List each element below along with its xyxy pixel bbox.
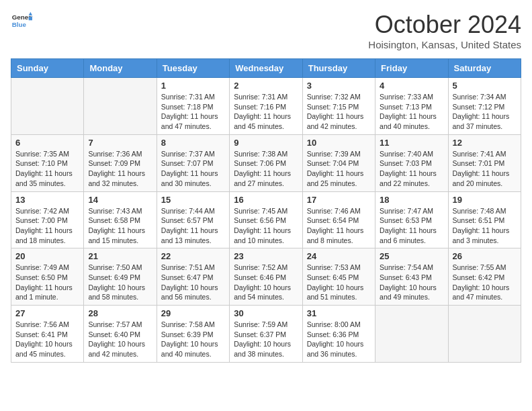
day-number: 5 [453, 81, 517, 91]
calendar-cell: 13Sunrise: 7:42 AM Sunset: 7:00 PM Dayli… [11, 191, 84, 248]
calendar-cell: 5Sunrise: 7:34 AM Sunset: 7:12 PM Daylig… [448, 78, 521, 135]
day-number: 26 [453, 251, 517, 261]
day-info: Sunrise: 7:57 AM Sunset: 6:40 PM Dayligh… [88, 320, 152, 359]
day-number: 11 [380, 138, 443, 148]
calendar-cell [11, 78, 84, 135]
day-number: 31 [307, 308, 371, 318]
calendar-cell: 24Sunrise: 7:53 AM Sunset: 6:45 PM Dayli… [302, 248, 375, 306]
day-number: 2 [234, 81, 298, 91]
day-info: Sunrise: 7:36 AM Sunset: 7:09 PM Dayligh… [88, 149, 152, 189]
day-info: Sunrise: 7:41 AM Sunset: 7:01 PM Dayligh… [453, 149, 517, 189]
calendar-cell: 3Sunrise: 7:32 AM Sunset: 7:15 PM Daylig… [302, 78, 375, 135]
svg-marker-4 [29, 17, 32, 20]
calendar-week-row: 20Sunrise: 7:49 AM Sunset: 6:50 PM Dayli… [11, 248, 521, 306]
day-info: Sunrise: 7:31 AM Sunset: 7:16 PM Dayligh… [234, 92, 298, 132]
day-number: 14 [88, 195, 152, 205]
day-number: 19 [453, 195, 517, 205]
day-number: 20 [15, 251, 79, 261]
day-number: 30 [234, 308, 298, 318]
calendar-cell [84, 78, 157, 135]
day-info: Sunrise: 7:45 AM Sunset: 6:56 PM Dayligh… [234, 206, 298, 246]
day-info: Sunrise: 7:37 AM Sunset: 7:07 PM Dayligh… [161, 149, 225, 189]
day-info: Sunrise: 7:50 AM Sunset: 6:49 PM Dayligh… [88, 263, 152, 302]
title-block: October 2024 Hoisington, Kansas, United … [368, 11, 521, 50]
day-info: Sunrise: 7:38 AM Sunset: 7:06 PM Dayligh… [234, 149, 298, 189]
day-number: 6 [15, 138, 79, 148]
day-info: Sunrise: 7:59 AM Sunset: 6:37 PM Dayligh… [234, 320, 298, 359]
calendar-cell: 30Sunrise: 7:59 AM Sunset: 6:37 PM Dayli… [230, 306, 302, 363]
weekday-header-friday: Friday [375, 59, 448, 78]
calendar-cell: 8Sunrise: 7:37 AM Sunset: 7:07 PM Daylig… [157, 134, 229, 191]
day-info: Sunrise: 7:32 AM Sunset: 7:15 PM Dayligh… [307, 92, 371, 132]
calendar-cell: 11Sunrise: 7:40 AM Sunset: 7:03 PM Dayli… [375, 134, 448, 191]
day-info: Sunrise: 7:54 AM Sunset: 6:43 PM Dayligh… [380, 263, 443, 302]
day-number: 3 [307, 81, 371, 91]
calendar-cell [448, 306, 521, 363]
day-number: 21 [88, 251, 152, 261]
day-info: Sunrise: 7:34 AM Sunset: 7:12 PM Dayligh… [453, 92, 517, 132]
day-info: Sunrise: 7:56 AM Sunset: 6:41 PM Dayligh… [15, 320, 79, 359]
calendar-cell: 16Sunrise: 7:45 AM Sunset: 6:56 PM Dayli… [230, 191, 302, 248]
day-info: Sunrise: 7:49 AM Sunset: 6:50 PM Dayligh… [15, 263, 79, 302]
calendar-week-row: 13Sunrise: 7:42 AM Sunset: 7:00 PM Dayli… [11, 191, 521, 248]
calendar-cell: 19Sunrise: 7:48 AM Sunset: 6:51 PM Dayli… [448, 191, 521, 248]
day-number: 17 [307, 195, 371, 205]
weekday-header-tuesday: Tuesday [157, 59, 229, 78]
calendar-cell: 4Sunrise: 7:33 AM Sunset: 7:13 PM Daylig… [375, 78, 448, 135]
calendar-week-row: 1Sunrise: 7:31 AM Sunset: 7:18 PM Daylig… [11, 78, 521, 135]
calendar-cell: 20Sunrise: 7:49 AM Sunset: 6:50 PM Dayli… [11, 248, 84, 306]
calendar-cell: 1Sunrise: 7:31 AM Sunset: 7:18 PM Daylig… [157, 78, 229, 135]
calendar-table: SundayMondayTuesdayWednesdayThursdayFrid… [11, 58, 521, 363]
calendar-cell: 10Sunrise: 7:39 AM Sunset: 7:04 PM Dayli… [302, 134, 375, 191]
calendar-cell: 26Sunrise: 7:55 AM Sunset: 6:42 PM Dayli… [448, 248, 521, 306]
day-info: Sunrise: 7:40 AM Sunset: 7:03 PM Dayligh… [380, 149, 443, 189]
day-info: Sunrise: 7:35 AM Sunset: 7:10 PM Dayligh… [15, 149, 79, 189]
day-number: 28 [88, 308, 152, 318]
day-number: 24 [307, 251, 371, 261]
day-number: 27 [15, 308, 79, 318]
day-info: Sunrise: 8:00 AM Sunset: 6:36 PM Dayligh… [307, 320, 371, 359]
day-number: 7 [88, 138, 152, 148]
weekday-header-wednesday: Wednesday [230, 59, 302, 78]
day-info: Sunrise: 7:52 AM Sunset: 6:46 PM Dayligh… [234, 263, 298, 302]
weekday-header-thursday: Thursday [302, 59, 375, 78]
calendar-header-row: SundayMondayTuesdayWednesdayThursdayFrid… [11, 59, 521, 78]
day-info: Sunrise: 7:46 AM Sunset: 6:54 PM Dayligh… [307, 206, 371, 246]
logo-icon: General Blue [11, 11, 32, 32]
calendar-cell: 2Sunrise: 7:31 AM Sunset: 7:16 PM Daylig… [230, 78, 302, 135]
day-info: Sunrise: 7:44 AM Sunset: 6:57 PM Dayligh… [161, 206, 225, 246]
day-info: Sunrise: 7:31 AM Sunset: 7:18 PM Dayligh… [161, 92, 225, 132]
day-number: 9 [234, 138, 298, 148]
weekday-header-sunday: Sunday [11, 59, 84, 78]
day-number: 4 [380, 81, 443, 91]
calendar-cell: 14Sunrise: 7:43 AM Sunset: 6:58 PM Dayli… [84, 191, 157, 248]
weekday-header-saturday: Saturday [448, 59, 521, 78]
calendar-cell: 6Sunrise: 7:35 AM Sunset: 7:10 PM Daylig… [11, 134, 84, 191]
day-number: 8 [161, 138, 225, 148]
month-title: October 2024 [368, 11, 521, 39]
calendar-cell: 15Sunrise: 7:44 AM Sunset: 6:57 PM Dayli… [157, 191, 229, 248]
calendar-week-row: 6Sunrise: 7:35 AM Sunset: 7:10 PM Daylig… [11, 134, 521, 191]
calendar-cell: 21Sunrise: 7:50 AM Sunset: 6:49 PM Dayli… [84, 248, 157, 306]
calendar-cell: 12Sunrise: 7:41 AM Sunset: 7:01 PM Dayli… [448, 134, 521, 191]
day-info: Sunrise: 7:47 AM Sunset: 6:53 PM Dayligh… [380, 206, 443, 246]
day-number: 12 [453, 138, 517, 148]
day-info: Sunrise: 7:58 AM Sunset: 6:39 PM Dayligh… [161, 320, 225, 359]
calendar-cell: 28Sunrise: 7:57 AM Sunset: 6:40 PM Dayli… [84, 306, 157, 363]
svg-text:Blue: Blue [12, 21, 27, 28]
calendar-cell: 31Sunrise: 8:00 AM Sunset: 6:36 PM Dayli… [302, 306, 375, 363]
day-number: 15 [161, 195, 225, 205]
day-info: Sunrise: 7:33 AM Sunset: 7:13 PM Dayligh… [380, 92, 443, 132]
weekday-header-monday: Monday [84, 59, 157, 78]
day-number: 10 [307, 138, 371, 148]
logo: General Blue GeneralBlue [11, 11, 32, 32]
day-number: 1 [161, 81, 225, 91]
calendar-cell: 9Sunrise: 7:38 AM Sunset: 7:06 PM Daylig… [230, 134, 302, 191]
day-info: Sunrise: 7:43 AM Sunset: 6:58 PM Dayligh… [88, 206, 152, 246]
day-info: Sunrise: 7:55 AM Sunset: 6:42 PM Dayligh… [453, 263, 517, 302]
calendar-cell: 17Sunrise: 7:46 AM Sunset: 6:54 PM Dayli… [302, 191, 375, 248]
calendar-week-row: 27Sunrise: 7:56 AM Sunset: 6:41 PM Dayli… [11, 306, 521, 363]
calendar-cell [375, 306, 448, 363]
calendar-cell: 25Sunrise: 7:54 AM Sunset: 6:43 PM Dayli… [375, 248, 448, 306]
page-header: General Blue GeneralBlue October 2024 Ho… [11, 11, 521, 50]
